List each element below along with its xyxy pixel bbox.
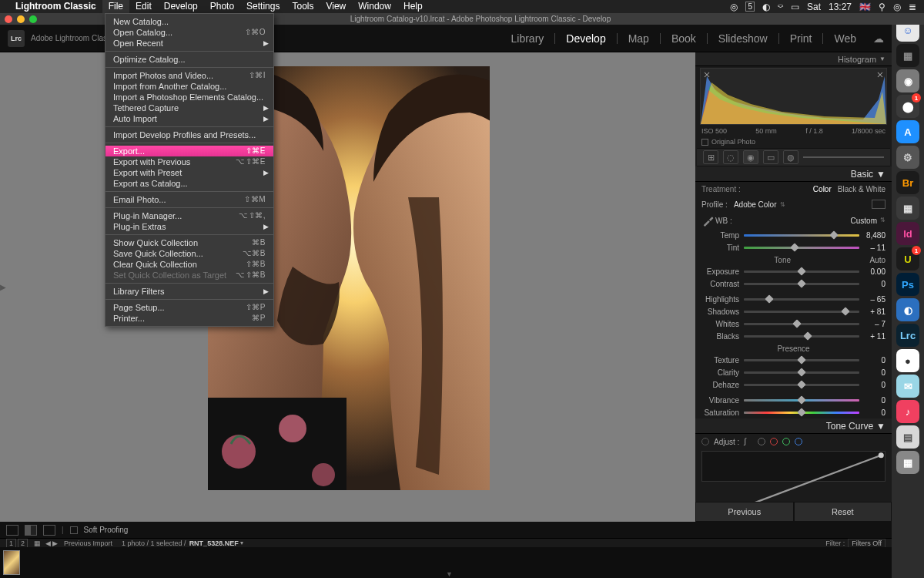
red-channel-icon[interactable] bbox=[770, 438, 778, 445]
notification-icon[interactable]: ≣ bbox=[909, 2, 916, 12]
menu-item-import-develop-profiles-and-presets[interactable]: Import Develop Profiles and Presets... bbox=[105, 129, 273, 140]
curve-icon[interactable]: ∫ bbox=[744, 437, 753, 446]
menu-develop[interactable]: Develop bbox=[158, 0, 204, 13]
filmstrip-collapse-icon[interactable]: ▼ bbox=[446, 570, 453, 578]
chevron-updown-icon[interactable]: ⇅ bbox=[880, 217, 886, 225]
menu-item-optimize-catalog[interactable]: Optimize Catalog... bbox=[105, 54, 273, 65]
menu-item-save-quick-collection[interactable]: Save Quick Collection...⌥⌘B bbox=[105, 248, 273, 259]
dock-messages[interactable]: ✉ bbox=[896, 375, 919, 398]
slider-track[interactable] bbox=[744, 331, 859, 341]
original-photo-row[interactable]: Original Photo bbox=[695, 136, 892, 148]
dock-photoshop[interactable]: Ps bbox=[896, 273, 919, 296]
menu-edit[interactable]: Edit bbox=[129, 0, 158, 13]
chevron-down-icon[interactable]: ▾ bbox=[240, 539, 243, 546]
auto-button[interactable]: Auto bbox=[869, 256, 886, 264]
menu-photo[interactable]: Photo bbox=[204, 0, 240, 13]
menu-item-export-with-preset[interactable]: Export with Preset▶ bbox=[105, 167, 273, 178]
zoom-button[interactable] bbox=[29, 15, 37, 23]
dock-settings[interactable]: ⚙ bbox=[896, 146, 919, 169]
before-after-icon[interactable] bbox=[25, 525, 37, 536]
module-library[interactable]: Library bbox=[507, 32, 549, 45]
menu-item-tethered-capture[interactable]: Tethered Capture▶ bbox=[105, 102, 273, 113]
dock-music[interactable]: ♪ bbox=[896, 400, 919, 423]
menu-item-import-from-another-catalog[interactable]: Import from Another Catalog... bbox=[105, 81, 273, 92]
module-slideshow[interactable]: Slideshow bbox=[714, 32, 772, 45]
dock-app-4[interactable]: ◐ bbox=[896, 298, 919, 321]
status-icon[interactable]: ◎ bbox=[730, 2, 738, 12]
menu-lightroom-classic[interactable]: Lightroom Classic bbox=[9, 0, 102, 13]
menu-file[interactable]: File bbox=[102, 0, 129, 13]
language-icon[interactable]: 🇬🇧 bbox=[859, 2, 871, 12]
module-map[interactable]: Map bbox=[624, 32, 654, 45]
menu-item-plug-in-manager[interactable]: Plug-in Manager...⌥⇧⌘, bbox=[105, 210, 273, 221]
slider-track[interactable] bbox=[744, 380, 859, 389]
reset-button[interactable]: Reset bbox=[794, 502, 892, 522]
minimize-button[interactable] bbox=[17, 15, 25, 23]
close-button[interactable] bbox=[5, 15, 12, 23]
cloud-sync-icon[interactable]: ☁ bbox=[873, 32, 884, 45]
slider-track[interactable] bbox=[744, 408, 859, 417]
mask-tool-icon[interactable]: ▭ bbox=[763, 150, 778, 164]
slider-track[interactable] bbox=[744, 307, 859, 316]
histogram-header[interactable]: Histogram ▼ bbox=[695, 52, 892, 66]
blue-channel-icon[interactable] bbox=[795, 438, 802, 445]
menu-item-library-filters[interactable]: Library Filters▶ bbox=[105, 286, 273, 297]
slider-value[interactable]: – 65 bbox=[859, 295, 886, 304]
tonecurve-panel-header[interactable]: Tone Curve ▼ bbox=[695, 418, 892, 434]
dock-launchpad[interactable]: ◉ bbox=[896, 69, 919, 92]
menu-item-open-recent[interactable]: Open Recent▶ bbox=[105, 38, 273, 49]
menu-item-export-with-previous[interactable]: Export with Previous⌥⇧⌘E bbox=[105, 156, 273, 167]
source-label[interactable]: Previous Import bbox=[64, 539, 112, 547]
dock-app-u[interactable]: U1 bbox=[896, 247, 919, 271]
spot-tool-icon[interactable]: ◌ bbox=[723, 150, 738, 164]
dock-app-1[interactable]: ▦ bbox=[896, 44, 919, 67]
status-badge[interactable]: 5 bbox=[745, 2, 755, 12]
dock-app-6[interactable]: ▦ bbox=[896, 451, 919, 474]
grad-tool-icon[interactable]: ◍ bbox=[783, 150, 798, 164]
slider-track[interactable] bbox=[744, 355, 859, 365]
slider-value[interactable]: 0 bbox=[859, 396, 886, 405]
module-book[interactable]: Book bbox=[667, 32, 701, 45]
menu-item-auto-import[interactable]: Auto Import▶ bbox=[105, 113, 273, 124]
menu-window[interactable]: Window bbox=[352, 0, 397, 13]
slider-value[interactable]: + 81 bbox=[859, 307, 886, 316]
filter-select[interactable]: Filters Off bbox=[848, 539, 886, 548]
menu-item-new-catalog[interactable]: New Catalog... bbox=[105, 16, 273, 27]
menu-item-open-catalog[interactable]: Open Catalog...⇧⌘O bbox=[105, 27, 273, 38]
menu-view[interactable]: View bbox=[320, 0, 352, 13]
dock-indesign[interactable]: Id bbox=[896, 222, 919, 245]
dock-app-store[interactable]: A bbox=[896, 120, 919, 143]
control-center-icon[interactable]: ◎ bbox=[893, 2, 901, 12]
dock-app-5[interactable]: ▤ bbox=[896, 425, 919, 449]
spotlight-icon[interactable]: ⚲ bbox=[879, 2, 886, 12]
slider-track[interactable] bbox=[744, 279, 859, 288]
menu-item-import-a-photoshop-elements-catalog[interactable]: Import a Photoshop Elements Catalog... bbox=[105, 92, 273, 102]
tone-curve-graph[interactable] bbox=[701, 451, 886, 482]
menu-item-printer[interactable]: Printer...⌘P bbox=[105, 313, 273, 324]
menu-item-show-quick-collection[interactable]: Show Quick Collection⌘B bbox=[105, 237, 273, 248]
menu-item-page-setup[interactable]: Page Setup...⇧⌘P bbox=[105, 302, 273, 313]
menu-item-export-as-catalog[interactable]: Export as Catalog... bbox=[105, 178, 273, 189]
treatment-bw[interactable]: Black & White bbox=[838, 185, 886, 193]
wb-select[interactable]: Custom bbox=[851, 217, 877, 225]
compare-icon[interactable] bbox=[43, 525, 55, 536]
speaker-icon[interactable]: ◐ bbox=[762, 2, 770, 12]
slider-value[interactable]: 8,480 bbox=[859, 231, 886, 240]
menu-help[interactable]: Help bbox=[397, 0, 429, 13]
slider-track[interactable] bbox=[744, 230, 859, 240]
menu-item-plug-in-extras[interactable]: Plug-in Extras▶ bbox=[105, 221, 273, 232]
loupe-view-icon[interactable] bbox=[6, 525, 18, 536]
slider-value[interactable]: 0 bbox=[859, 356, 886, 365]
slider-track[interactable] bbox=[744, 368, 859, 377]
dock-app-2[interactable]: ⬤1 bbox=[896, 95, 919, 118]
nav-first-icon[interactable]: 1 bbox=[6, 539, 16, 548]
profile-select[interactable]: Adobe Color bbox=[734, 200, 777, 209]
slider-value[interactable]: 0 bbox=[859, 368, 886, 377]
slider-track[interactable] bbox=[744, 267, 859, 276]
slider-track[interactable] bbox=[744, 395, 859, 405]
left-panel-expand-handle[interactable]: ▶ bbox=[0, 272, 6, 303]
rgb-channel-icon[interactable] bbox=[758, 438, 765, 445]
dock-chrome[interactable]: ● bbox=[896, 349, 919, 372]
dock-app-3[interactable]: ▦ bbox=[896, 197, 919, 220]
crop-tool-icon[interactable]: ⊞ bbox=[703, 150, 718, 164]
